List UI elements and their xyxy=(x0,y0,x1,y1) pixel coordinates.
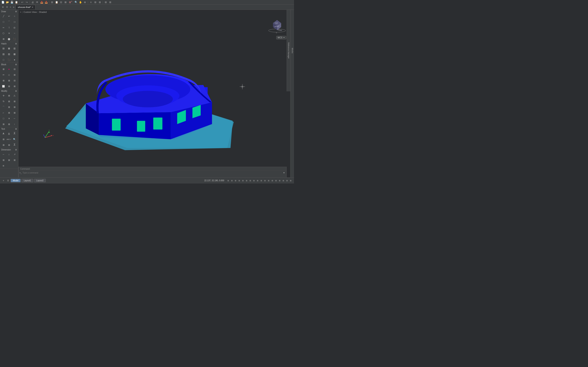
workspace-list-icon[interactable]: ☰ xyxy=(5,5,9,9)
text-export-tool[interactable]: ⊞ xyxy=(6,142,12,148)
linear-dim-tool[interactable]: ↔ xyxy=(1,152,6,157)
scale-tool[interactable]: ⊞ xyxy=(6,99,12,104)
text-find-tool[interactable]: 🔍 xyxy=(12,137,17,142)
radius-dim-tool[interactable]: ⊞ xyxy=(1,157,6,163)
angular-dim-tool[interactable]: ↗ xyxy=(12,152,17,157)
dim-style-tool[interactable]: ⊞ xyxy=(12,157,17,163)
circle-tool[interactable]: ○ xyxy=(12,13,17,19)
anno-icon[interactable]: ⊞ xyxy=(263,179,267,182)
polyline-tool[interactable]: ↩ xyxy=(6,13,12,19)
block-export-tool[interactable]: ⊟ xyxy=(12,67,17,72)
wcs-badge[interactable]: WCS ▼ xyxy=(276,36,286,39)
dynamic-block-tool[interactable]: ⊞ xyxy=(1,78,6,83)
spell-check-tool[interactable]: ABC✓ xyxy=(6,137,12,142)
save-file-icon[interactable]: 💾 xyxy=(10,0,14,4)
modify-settings-icon[interactable]: ⚙ xyxy=(15,90,17,92)
region-tool[interactable]: ⊞ xyxy=(1,36,6,42)
draw-settings-icon[interactable]: ⚙ xyxy=(15,10,17,13)
orbit-icon[interactable]: ⊕ xyxy=(83,0,87,4)
anno2-icon[interactable]: ⊞ xyxy=(267,179,270,182)
block-manager-tool[interactable]: ⊞ xyxy=(12,72,17,77)
ole-tool[interactable]: ⊞ xyxy=(12,83,17,89)
hatch-section-header[interactable]: Hatch ⚙ xyxy=(0,42,18,45)
command-input[interactable] xyxy=(22,172,282,174)
dyn-icon[interactable]: ⊞ xyxy=(245,179,248,182)
hatch6-tool[interactable]: ⬛ xyxy=(6,57,12,62)
trim-tool[interactable]: ⌐ xyxy=(1,110,6,115)
polygon-tool[interactable]: ⬡ xyxy=(1,31,6,36)
tab-close-icon[interactable]: ✕ xyxy=(32,6,33,8)
attrib-icon[interactable]: ⊞ xyxy=(98,0,102,4)
pan-icon[interactable]: ✋ xyxy=(78,0,82,4)
workspace-icon[interactable]: ⊞ xyxy=(1,5,5,9)
ortho-icon[interactable]: ⊞ xyxy=(234,179,237,182)
hatch2-tool[interactable]: ▧ xyxy=(1,51,6,57)
import-icon[interactable]: 📥 xyxy=(44,0,48,4)
viewport-add-icon[interactable]: + xyxy=(20,11,21,13)
text-import-tool[interactable]: ⊞ xyxy=(1,142,6,148)
line-tool[interactable]: ╱ xyxy=(1,13,6,19)
layout2-tab[interactable]: Layout2 xyxy=(34,179,46,182)
preview-icon[interactable]: 👁 xyxy=(35,0,39,4)
array-tool[interactable]: ⊞ xyxy=(6,104,12,110)
copy-tool[interactable]: ⊞ xyxy=(6,93,12,98)
path-array-tool[interactable]: ⊞ xyxy=(12,104,17,110)
hatch5-tool[interactable]: □ xyxy=(1,57,6,62)
text-settings-icon[interactable]: ⚙ xyxy=(15,128,17,130)
text-edit-tool[interactable]: ⊞ xyxy=(1,137,6,142)
break-tool[interactable]: ⊞ xyxy=(12,110,17,115)
hw-icon[interactable]: ⊞ xyxy=(278,179,281,182)
mirror-tool[interactable]: ⌒ xyxy=(1,104,6,110)
text-scale-tool[interactable]: Ā xyxy=(12,142,17,148)
command-dropdown-icon[interactable]: ▼ xyxy=(282,171,286,174)
block-icon[interactable]: ⊟ xyxy=(59,0,63,4)
new-file-icon[interactable]: 📄 xyxy=(1,0,5,4)
insert-block-tool[interactable]: ⊞ xyxy=(1,67,6,72)
field-tool[interactable]: ⊞ xyxy=(6,83,12,89)
new-tab-button[interactable]: + xyxy=(12,5,16,9)
chamfer-tool[interactable]: ✕ xyxy=(6,116,12,121)
dimension-section-header[interactable]: Dimension ⚙ xyxy=(0,148,18,151)
attrib-def-tool[interactable]: ✏ xyxy=(1,72,6,77)
arc-tool[interactable]: ⌒ xyxy=(6,19,12,25)
print-icon[interactable]: 🖨 xyxy=(31,0,35,4)
text-section-header[interactable]: Text ⚙ xyxy=(0,127,18,131)
transparency-icon[interactable]: ⊞ xyxy=(252,179,256,182)
wipeout-tool[interactable]: ~ xyxy=(12,31,17,36)
sel-icon[interactable]: ⊞ xyxy=(260,179,263,182)
dimension-settings-icon[interactable]: ⚙ xyxy=(15,149,17,151)
undo-icon[interactable]: ↩ xyxy=(20,0,24,4)
align-tool[interactable]: ⚠ xyxy=(12,93,17,98)
surface-tool[interactable]: ⬛ xyxy=(12,36,17,42)
rotate-tool[interactable]: ↻ xyxy=(1,99,6,104)
gradient-tool[interactable]: ▦ xyxy=(6,46,12,51)
open-file-icon[interactable]: 📂 xyxy=(5,0,9,4)
polar-icon[interactable]: ⊞ xyxy=(238,179,241,182)
grid-icon[interactable]: ⊞ xyxy=(227,179,230,182)
boundary-tool[interactable]: ▥ xyxy=(12,46,17,51)
aligned-dim-tool[interactable]: ↕ xyxy=(6,152,12,157)
layout1-tab[interactable]: Layout1 xyxy=(21,179,33,182)
overflow-icon[interactable]: » xyxy=(9,6,12,8)
group-icon[interactable]: ⊠ xyxy=(63,0,68,4)
explode-tool[interactable]: ⊞ xyxy=(1,122,6,127)
draw-section-header[interactable]: Draw ⚙ xyxy=(0,10,18,13)
datalink-tool[interactable]: ⬜ xyxy=(1,83,6,89)
blocks-label[interactable]: Blocks xyxy=(291,48,293,53)
notif-icon[interactable]: ⊞ xyxy=(285,179,289,182)
qp-icon[interactable]: ⊞ xyxy=(256,179,259,182)
viewport-shading-label[interactable]: Shaded xyxy=(39,11,47,13)
rectangle-tool[interactable]: □ xyxy=(1,19,6,25)
copy-icon[interactable]: ⊞ xyxy=(50,0,54,4)
modify-section-header[interactable]: Modify ⚙ xyxy=(0,89,18,93)
layout-list-icon[interactable]: ☰ xyxy=(6,179,10,183)
reverse-tool[interactable]: ↑ xyxy=(12,122,17,127)
osnap-icon[interactable]: ⊞ xyxy=(241,179,245,182)
block-edit-tool[interactable]: ● xyxy=(6,67,12,72)
props-icon[interactable]: ≡ xyxy=(89,0,93,4)
multiline-tool[interactable]: ═ xyxy=(1,25,6,30)
ws-icon[interactable]: ⊞ xyxy=(271,179,274,182)
point-tool[interactable]: ◎ xyxy=(12,25,17,30)
text-single-tool[interactable]: A xyxy=(1,131,6,136)
block-settings-icon[interactable]: ⚙ xyxy=(15,63,17,66)
